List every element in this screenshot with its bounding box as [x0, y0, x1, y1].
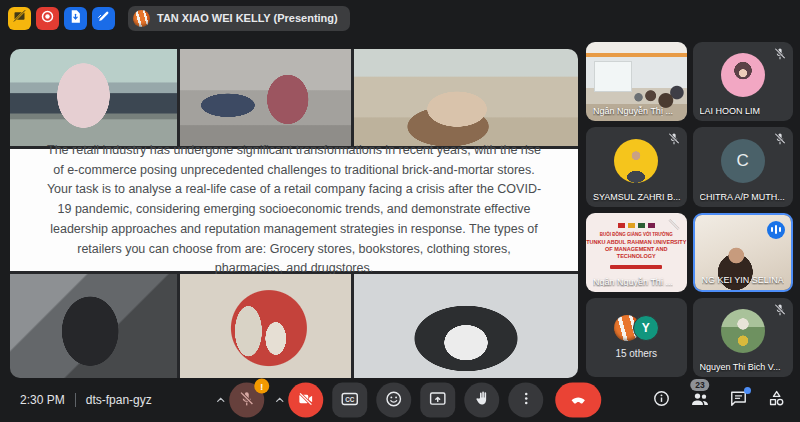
- assignment-brief-text: The retail industry has undergone signif…: [44, 141, 544, 279]
- whiteboard-off-button[interactable]: [8, 7, 31, 30]
- slide-photo-chair-portrait: [354, 49, 578, 146]
- mic-options-chevron[interactable]: [214, 395, 227, 406]
- presenter-label: TAN XIAO WEI KELLY (Presenting): [157, 12, 338, 24]
- slide-photo-leather-jacket: [354, 274, 578, 378]
- participant-tile-lai-hoon-lim[interactable]: LAI HOON LIM: [693, 42, 794, 121]
- initial-letter: Y: [642, 321, 650, 335]
- avatar-initial: Y: [633, 315, 659, 341]
- participant-name: SYAMSUL ZAHRI B...: [593, 192, 681, 202]
- mic-off-icon: [238, 390, 255, 410]
- participant-tile-syamsul[interactable]: SYAMSUL ZAHRI B...: [586, 127, 687, 206]
- participants-count-badge: 23: [690, 379, 709, 391]
- presenter-pill[interactable]: TAN XIAO WEI KELLY (Presenting): [128, 6, 350, 31]
- initial-letter: C: [737, 151, 749, 171]
- phone-hangup-icon: [568, 389, 588, 412]
- annotate-button[interactable]: [92, 7, 115, 30]
- participant-tile-ngan-2[interactable]: BUỔI ĐỒNG GIẢNG VỚI TRƯỜNG TUNKU ABDUL R…: [586, 213, 687, 292]
- mic-off-icon: [667, 218, 681, 232]
- slide-photo-night-street: [10, 274, 177, 378]
- participant-tile-ngan-1[interactable]: Ngân Nguyễn Thị ...: [586, 42, 687, 121]
- more-vertical-icon: [517, 390, 535, 411]
- reactions-button[interactable]: [376, 383, 411, 418]
- record-icon: [40, 9, 55, 27]
- activities-button[interactable]: [767, 389, 786, 411]
- others-count-label: 15 others: [615, 348, 657, 359]
- captions-icon: CC: [340, 389, 359, 411]
- chat-button[interactable]: [729, 389, 748, 411]
- overflow-avatars: Y: [614, 315, 659, 341]
- present-screen-button[interactable]: [420, 383, 455, 418]
- hand-icon: [473, 390, 491, 411]
- mic-off-icon: [667, 132, 681, 146]
- participant-name: Nguyen Thi Bich V...: [700, 362, 781, 372]
- participant-tile-selina-speaking[interactable]: NG KEI YIN SELINA: [693, 213, 794, 292]
- speaking-indicator-icon: [767, 221, 785, 239]
- mic-off-icon: [773, 132, 787, 146]
- avatar-initial: C: [721, 139, 765, 183]
- smiley-icon: [384, 389, 403, 411]
- slide-photo-car-scene: [10, 49, 177, 146]
- bottom-bar: 2:30 PM dts-fpan-gyz ! CC: [0, 378, 800, 422]
- record-button[interactable]: [36, 7, 59, 30]
- avatar: [721, 53, 765, 97]
- whiteboard-slash-icon: [12, 9, 27, 27]
- slide-photo-street-coat: [180, 49, 351, 146]
- slide-line-1: BUỔI ĐỒNG GIẢNG VỚI TRƯỜNG: [600, 232, 673, 237]
- presentation-stage[interactable]: The retail industry has undergone signif…: [10, 49, 578, 378]
- presenter-avatar: [133, 10, 150, 27]
- participant-name: Ngân Nguyễn Thị ...: [593, 106, 673, 116]
- participant-name: LAI HOON LIM: [700, 106, 761, 116]
- participant-name: NG KEI YIN SELINA: [702, 275, 784, 285]
- others-overflow-tile[interactable]: Y 15 others: [586, 298, 687, 377]
- meeting-details-button[interactable]: [652, 389, 671, 411]
- participant-name: Ngân Nguyễn Thị ...: [593, 277, 673, 287]
- slide-line-3: OF MANAGEMENT AND TECHNOLOGY: [586, 246, 687, 261]
- participant-tile-nguyen-bich[interactable]: Nguyen Thi Bich V...: [693, 298, 794, 377]
- mic-alert-badge: !: [254, 379, 269, 394]
- mic-muted-button[interactable]: !: [229, 383, 264, 418]
- people-icon: [690, 389, 710, 412]
- divider: [75, 393, 76, 407]
- mic-off-icon: [773, 303, 787, 317]
- captions-button[interactable]: CC: [332, 383, 367, 418]
- slide-logos: [618, 223, 655, 228]
- slide-red-bar: [610, 265, 662, 269]
- present-screen-icon: [428, 389, 447, 411]
- participant-name: CHITRA A/P MUTH...: [700, 192, 785, 202]
- slide-text-panel: The retail industry has undergone signif…: [10, 149, 578, 271]
- document-download-icon: [68, 9, 83, 27]
- avatar: [721, 309, 765, 353]
- pen-icon: [96, 9, 111, 27]
- activities-shapes-icon: [767, 389, 786, 411]
- info-icon: [652, 389, 671, 411]
- end-call-button[interactable]: [555, 383, 601, 418]
- camera-options-chevron[interactable]: [273, 395, 286, 406]
- participants-button[interactable]: 23: [690, 389, 710, 412]
- camera-off-button[interactable]: [288, 383, 323, 418]
- chat-notification-dot: [744, 387, 751, 394]
- participants-sidebar: Ngân Nguyễn Thị ... LAI HOON LIM SYAMSUL…: [586, 42, 793, 377]
- meeting-code: dts-fpan-gyz: [86, 393, 152, 407]
- svg-text:CC: CC: [345, 395, 355, 402]
- more-options-button[interactable]: [508, 383, 543, 418]
- top-bar: TAN XIAO WEI KELLY (Presenting): [0, 0, 800, 36]
- clock-time: 2:30 PM: [20, 393, 65, 407]
- avatar: [614, 139, 658, 183]
- camera-off-icon: [297, 390, 314, 410]
- slide-line-2: TUNKU ABDUL RAHMAN UNIVERSITY: [586, 239, 686, 246]
- participant-tile-chitra[interactable]: C CHITRA A/P MUTH...: [693, 127, 794, 206]
- export-notes-button[interactable]: [64, 7, 87, 30]
- slide-photo-red-sphere: [180, 274, 351, 378]
- mic-off-icon: [773, 47, 787, 61]
- raise-hand-button[interactable]: [464, 383, 499, 418]
